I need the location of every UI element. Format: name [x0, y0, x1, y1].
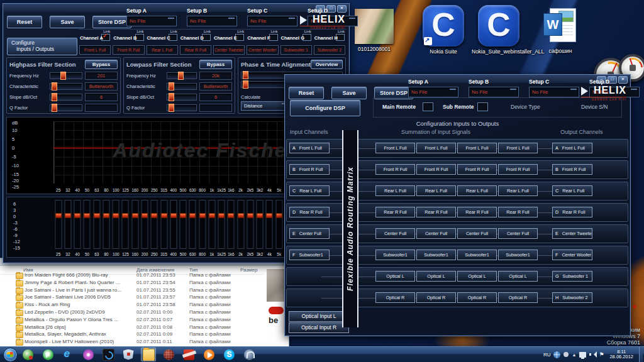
folder-row[interactable]: Kiss - Rock am Ring 01.07.2011 23:58 Пап… — [0, 301, 289, 309]
eq-slider-handle[interactable] — [247, 213, 253, 218]
filter-slider[interactable] — [50, 83, 82, 90]
channel-assignment[interactable]: Front L Full — [79, 45, 111, 55]
tray-app-icon[interactable] — [564, 352, 569, 357]
matrix-sum-box[interactable]: Rear L Full — [416, 185, 456, 196]
eq-band-slider[interactable] — [178, 200, 187, 249]
filter-value[interactable]: Butterworth — [85, 82, 118, 90]
matrix-sum-box[interactable]: Front L Full — [416, 143, 456, 153]
eq-band-slider[interactable] — [245, 200, 255, 249]
matrix-input-box[interactable]: FSubwoofer1 — [289, 250, 330, 260]
eq-slider-handle[interactable] — [74, 213, 81, 218]
eq-slider-handle[interactable] — [64, 213, 71, 218]
setup-file-dropdown[interactable]: No File — [187, 16, 237, 26]
eq-band-slider[interactable] — [197, 200, 207, 249]
eq-band-slider[interactable] — [101, 200, 111, 249]
slider-handle[interactable] — [169, 82, 174, 90]
eq-slider-handle[interactable] — [142, 213, 148, 218]
filter-value[interactable] — [85, 104, 118, 112]
folder-row[interactable]: Metallica - Orgullo Pasion Y Gloria Tres… — [0, 316, 289, 324]
slider-handle[interactable] — [178, 72, 184, 80]
eq-slider-handle[interactable] — [199, 213, 206, 218]
matrix-sum-box[interactable]: Optical R — [457, 292, 497, 303]
channel-tab[interactable]: Link Channel F Center Woofer — [246, 30, 279, 56]
eq-band-slider[interactable] — [207, 200, 216, 249]
matrix-sum-box[interactable]: Rear L Full — [375, 185, 415, 196]
show-desktop-button[interactable] — [639, 347, 643, 362]
channel-assignment[interactable]: Rear L Full — [147, 45, 178, 55]
eq-band-slider[interactable] — [130, 200, 140, 249]
setup-file-dropdown[interactable]: No File — [247, 16, 297, 26]
main-remote-checkbox[interactable] — [423, 102, 433, 111]
matrix-sum-box[interactable]: Front L Full — [375, 143, 415, 153]
channel-tab[interactable]: Link Channel H Subwoofer 2 — [313, 30, 347, 56]
eq-band-slider[interactable] — [226, 200, 236, 249]
folder-row[interactable]: Moonspell - Live MTV Halloween (2010) 02… — [0, 338, 289, 346]
eq-slider-handle[interactable] — [180, 213, 187, 218]
matrix-input-box[interactable]: BFront R Full — [289, 164, 330, 175]
matrix-input-box[interactable]: AFront L Full — [289, 143, 330, 153]
eq-band-slider[interactable] — [121, 200, 130, 249]
eq-slider-handle[interactable] — [189, 213, 196, 218]
eq-band-slider[interactable] — [111, 200, 121, 249]
eq-band-slider[interactable] — [274, 200, 284, 249]
start-button[interactable] — [3, 348, 18, 362]
filter-slider[interactable] — [167, 104, 197, 111]
filter-slider[interactable] — [167, 83, 197, 90]
matrix-sum-box[interactable]: Rear R Full — [416, 207, 456, 217]
setup-file-dropdown[interactable]: No File — [529, 87, 579, 97]
matrix-output-box[interactable]: DRear R Full — [552, 207, 592, 217]
slider-handle[interactable] — [52, 82, 57, 90]
green-media-icon[interactable] — [20, 348, 35, 361]
filter-value[interactable]: 6 — [85, 93, 118, 101]
matrix-sum-box[interactable]: Optical R — [416, 292, 456, 303]
matrix-sum-box[interactable]: Optical R — [375, 292, 415, 303]
eq-slider-handle[interactable] — [122, 213, 129, 218]
sub-remote-checkbox[interactable] — [477, 102, 488, 111]
optical-input-r-button[interactable]: Optical Input R — [289, 322, 349, 333]
eq-band-slider[interactable] — [150, 200, 159, 249]
matrix-sum-box[interactable]: Subwoofer1 — [416, 250, 456, 260]
eq-band-slider[interactable] — [217, 200, 226, 249]
matrix-output-box[interactable]: BFront R Full — [552, 164, 592, 175]
eq-slider-handle[interactable] — [55, 213, 62, 218]
setup-file-dropdown[interactable]: No File — [408, 87, 458, 97]
eq-slider-handle[interactable] — [266, 213, 273, 218]
eq-slider-handle[interactable] — [84, 213, 91, 218]
filter-value[interactable]: 6 — [199, 93, 232, 101]
skype-icon[interactable] — [221, 348, 236, 361]
matrix-sum-box[interactable]: Front R Full — [375, 164, 415, 175]
folder-row[interactable]: Jimmy Page & Robert Plant- No Quarter ..… — [0, 279, 289, 287]
matrix-output-box[interactable]: HSubwoofer 2 — [552, 292, 592, 303]
filter-slider[interactable] — [167, 72, 197, 79]
eq-slider-handle[interactable] — [218, 213, 225, 218]
desktop-icon-nokia-suite[interactable]: Nokia Suite — [416, 5, 470, 55]
channel-assignment[interactable]: Center Woofer — [247, 45, 278, 55]
matrix-sum-box[interactable]: Front R Full — [416, 164, 456, 175]
matrix-sum-box[interactable]: Rear R Full — [457, 207, 497, 217]
channel-assignment[interactable]: Center Tweeter — [213, 45, 245, 55]
matrix-sum-box[interactable]: Front R Full — [498, 164, 538, 175]
matrix-sum-box[interactable]: Rear L Full — [498, 185, 538, 196]
eq-band-slider[interactable] — [53, 200, 63, 249]
lowpass-bypass-button[interactable]: Bypass — [199, 60, 232, 69]
matrix-output-box[interactable]: GSubwoofer 1 — [552, 271, 592, 282]
matrix-sum-box[interactable]: Rear R Full — [375, 207, 415, 217]
red-app-icon[interactable] — [181, 348, 196, 361]
matrix-sum-box[interactable]: Optical L — [416, 271, 456, 282]
eq-slider-handle[interactable] — [208, 213, 215, 218]
aimp-orange-icon[interactable] — [201, 348, 216, 361]
channel-assignment[interactable]: Subwoofer 2 — [314, 45, 345, 55]
maroon-sphere-icon[interactable] — [161, 348, 176, 361]
channel-tab[interactable]: Link Channel G Subwoofer 1 — [280, 30, 313, 56]
matrix-sum-box[interactable]: Subwoofer1 — [457, 250, 497, 260]
store-dsp-button[interactable]: Store DSP — [92, 16, 131, 28]
matrix-sum-box[interactable]: Optical L — [375, 271, 415, 282]
eq-band-slider[interactable] — [82, 200, 92, 249]
folder-row[interactable]: Iron Maiden Flight 666 (2009) Blu-ray 01… — [0, 272, 289, 279]
filter-slider[interactable] — [167, 94, 197, 101]
desktop-icon-nokia-webinstaller[interactable]: Nokia_Suite_webinstaller_ALL — [472, 5, 526, 55]
eq-band-slider[interactable] — [255, 200, 265, 249]
channel-tab[interactable]: Link Channel A Front L Full — [79, 30, 112, 56]
filter-value[interactable]: 201 — [85, 72, 118, 80]
matrix-sum-box[interactable]: Center Full — [457, 228, 497, 239]
